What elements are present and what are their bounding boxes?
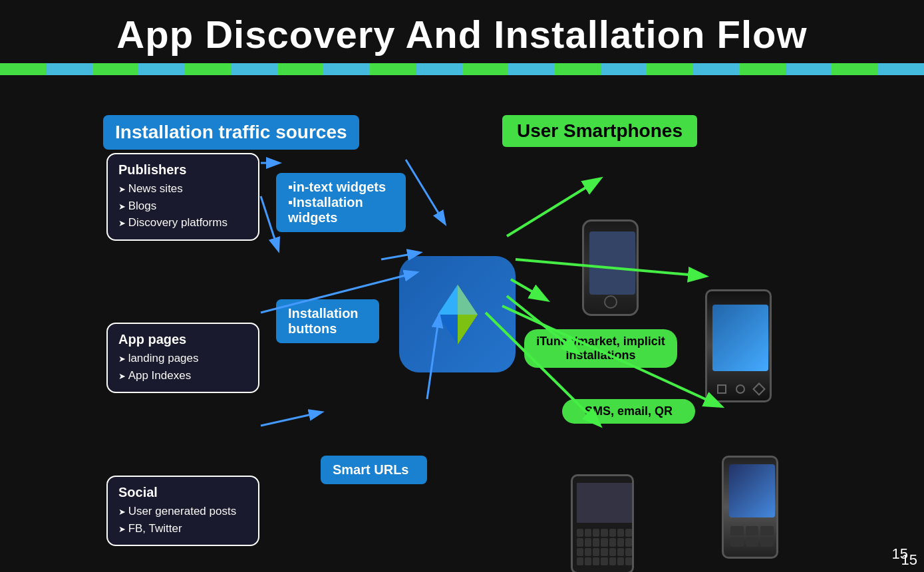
svg-marker-3 — [458, 315, 478, 345]
social-item-2: FB, Twitter — [118, 520, 247, 537]
phone-iphone-screen — [589, 231, 635, 295]
bb-screen — [577, 483, 632, 523]
publishers-item-1: News sites — [118, 180, 247, 198]
svg-marker-1 — [438, 315, 458, 345]
iphone-home-button — [604, 295, 617, 309]
deco-bar — [0, 63, 924, 75]
label-traffic-sources: Installation traffic sources — [103, 115, 359, 150]
apppages-item-2: App Indexes — [118, 367, 247, 384]
apppages-item-1: landing pages — [118, 350, 247, 367]
label-user-smartphones: User Smartphones — [502, 115, 697, 147]
phone-nokia — [722, 456, 778, 559]
slide-number-bottom: 15 — [892, 545, 908, 563]
app-icon — [399, 256, 516, 372]
apppages-title: App pages — [118, 332, 247, 347]
android-nav — [712, 382, 768, 396]
social-item-1: User generated posts — [118, 503, 247, 520]
android-back — [717, 384, 726, 394]
box-publishers: Publishers News sites Blogs Discovery pl… — [106, 153, 259, 241]
main-content: Installation traffic sources User Smartp… — [0, 103, 924, 572]
app-logo-icon — [414, 271, 501, 358]
intext-widgets-text: ▪in-text widgets — [288, 180, 394, 195]
android-recent — [752, 382, 766, 396]
box-social: Social User generated posts FB, Twitter — [106, 476, 259, 546]
label-itunes-market: iTunes/market, implicit installations — [524, 329, 677, 368]
publishers-title: Publishers — [118, 162, 247, 178]
installation-widgets-text: ▪Installation widgets — [288, 195, 394, 225]
nokia-keys — [730, 526, 774, 553]
label-sms-email-qr: SMS, email, QR — [562, 399, 695, 424]
label-widgets: ▪in-text widgets ▪Installation widgets — [276, 173, 406, 232]
publishers-item-2: Blogs — [118, 198, 247, 215]
slide-title: App Discovery And Installation Flow — [0, 0, 924, 57]
label-smart-urls: Smart URLs — [321, 456, 427, 484]
phone-android-screen — [712, 305, 768, 371]
nokia-screen — [729, 464, 775, 517]
box-app-pages: App pages landing pages App Indexes — [106, 323, 259, 393]
svg-marker-4 — [438, 285, 478, 315]
social-title: Social — [118, 485, 247, 500]
phone-iphone — [582, 219, 639, 316]
label-installation-buttons: Installation buttons — [276, 299, 379, 343]
phone-blackberry — [571, 474, 634, 572]
android-home — [736, 384, 745, 394]
publishers-item-3: Discovery platforms — [118, 214, 247, 231]
bb-keyboard — [577, 529, 632, 565]
phone-android — [705, 289, 772, 402]
